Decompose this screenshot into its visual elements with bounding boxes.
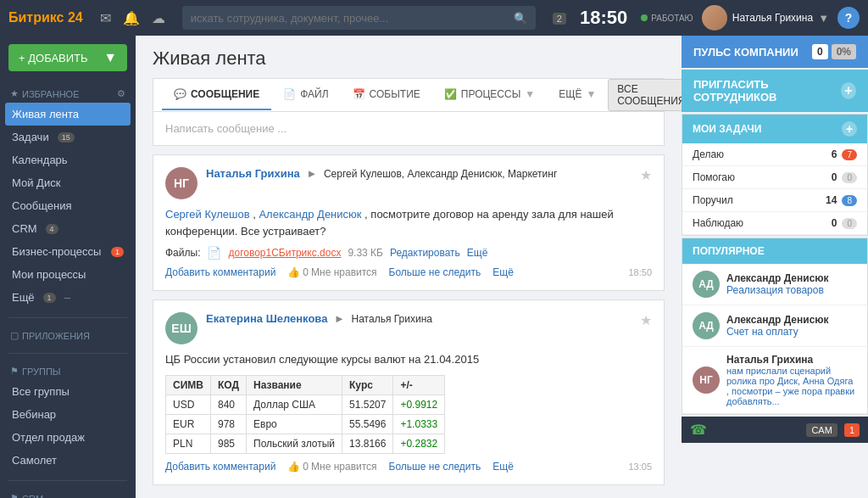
pulse-button[interactable]: ПУЛЬС КОМПАНИИ 0 0% <box>682 36 868 68</box>
post-1-file-edit[interactable]: Редактировать <box>390 247 460 259</box>
crm-label: ⚑ CRM <box>0 490 136 498</box>
post-1-like[interactable]: 👍 0 Мне нравится <box>287 266 376 278</box>
sidebar-item-feed[interactable]: Живая лента <box>5 103 131 126</box>
feed-header: 💬 СООБЩЕНИЕ 📄 ФАЙЛ 📅 СОБЫТИЕ ✅ ПРОЦЕССЫ <box>153 78 665 111</box>
invite-button[interactable]: ПРИГЛАСИТЬ СОТРУДНИКОВ + <box>682 70 868 112</box>
sidebar-item-allgroups[interactable]: Все группы <box>0 380 136 403</box>
sidebar-item-webinar[interactable]: Вебинар <box>0 403 136 426</box>
feed-filter-button[interactable]: ВСЕ СООБЩЕНИЯ ▼ <box>608 79 682 111</box>
task-row-doing[interactable]: Делаю 6 7 <box>682 143 867 166</box>
popular-info-1: Александр Денисюк Счет на оплату <box>726 314 829 338</box>
post-2-avatar: ЕШ <box>165 312 198 344</box>
post-1-comment[interactable]: Добавить комментарий <box>165 266 275 278</box>
post-1-unfollow[interactable]: Больше не следить <box>389 266 481 278</box>
post-1-link2[interactable]: Александр Денисюк <box>259 208 361 221</box>
sidebar-item-sales[interactable]: Отдел продаж <box>0 426 136 449</box>
bell-icon[interactable]: 🔔 <box>123 10 140 26</box>
sidebar-item-myproc[interactable]: Мои процессы <box>0 263 136 286</box>
chat-icon[interactable]: ✉ <box>100 10 111 26</box>
post-1-files: Файлы: 📄 договор1СБитрикс.docx 9.33 КБ Р… <box>165 246 652 260</box>
groups-label: ⚑ ГРУППЫ <box>0 362 136 380</box>
post-2-star[interactable]: ★ <box>640 312 652 328</box>
search-input[interactable] <box>191 12 514 25</box>
app-logo: Битрикс 24 <box>8 10 83 25</box>
sidebar-groups: ⚑ ГРУППЫ Все группы Вебинар Отдел продаж… <box>0 357 136 477</box>
popular-item-1[interactable]: АД Александр Денисюк Счет на оплату <box>682 305 867 347</box>
post-1-star[interactable]: ★ <box>640 167 652 183</box>
post-2-comment[interactable]: Добавить комментарий <box>165 461 275 473</box>
tab-more[interactable]: ЕЩЁ ▼ <box>547 80 608 110</box>
post-1-actions: Добавить комментарий 👍 0 Мне нравится Бо… <box>165 266 652 278</box>
popular-item-2[interactable]: НГ Наталья Грихина нам прислали сценарий… <box>682 347 867 414</box>
cam-label: CAM <box>806 423 837 437</box>
search-bar[interactable]: 🔍 <box>182 6 536 30</box>
popular-info-2: Наталья Грихина нам прислали сценарий ро… <box>726 354 857 406</box>
popular-avatar-0: АД <box>693 271 720 298</box>
crm-count: 4 <box>46 224 58 234</box>
search-icon[interactable]: 🔍 <box>514 12 527 25</box>
post-1-recipients: Сергей Кулешов, Александр Денисюк, Марке… <box>324 168 557 180</box>
post-1-avatar: НГ <box>165 167 198 199</box>
post-1-file-more[interactable]: Ещё <box>467 247 488 259</box>
main-layout: + ДОБАВИТЬ ▼ ★ ИЗБРАННОЕ ⚙ Живая лента З… <box>0 36 868 498</box>
sidebar-item-crm[interactable]: CRM 4 <box>0 217 136 240</box>
sidebar-item-samolet[interactable]: Самолет <box>0 449 136 472</box>
task-row-watching[interactable]: Наблюдаю 0 0 <box>682 212 867 235</box>
apps-label: ▢ ПРИЛОЖЕНИЯ <box>0 327 136 344</box>
tasks-add-button[interactable]: + <box>842 121 857 137</box>
popular-item-0[interactable]: АД Александр Денисюк Реализация товаров <box>682 264 867 305</box>
post-2-unfollow[interactable]: Больше не следить <box>389 461 481 473</box>
post-1-time: 18:50 <box>628 267 652 277</box>
task-row-helping[interactable]: Помогаю 0 0 <box>682 166 867 189</box>
popular-avatar-1: АД <box>693 312 720 339</box>
col-code: КОД <box>210 375 246 394</box>
compose-area[interactable]: Написать сообщение ... <box>153 111 665 146</box>
post-1-file-link[interactable]: договор1СБитрикс.docx <box>228 247 341 259</box>
col-simv: СИМВ <box>166 375 211 394</box>
post-1-file-size: 9.33 КБ <box>348 247 383 259</box>
feed-container: 💬 СООБЩЕНИЕ 📄 ФАЙЛ 📅 СОБЫТИЕ ✅ ПРОЦЕССЫ <box>153 78 665 485</box>
tab-message[interactable]: 💬 СООБЩЕНИЕ <box>162 80 271 110</box>
post-2-header: ЕШ Екатерина Шеленкова ► Наталья Грихина… <box>165 312 652 344</box>
unread-badge-container: 2 <box>553 12 566 25</box>
post-2-author[interactable]: Екатерина Шеленкова <box>206 312 327 325</box>
cloud-icon[interactable]: ☁ <box>152 10 165 26</box>
sidebar-item-messages[interactable]: Сообщения <box>0 194 136 217</box>
post-1-author[interactable]: Наталья Грихина <box>206 167 300 180</box>
post-2-like[interactable]: 👍 0 Мне нравится <box>287 461 376 473</box>
user-menu[interactable]: Наталья Грихина ▼ <box>702 5 829 31</box>
post-1-header: НГ Наталья Грихина ► Сергей Кулешов, Але… <box>165 167 652 199</box>
post-2-recipients: Наталья Грихина <box>352 313 432 325</box>
tab-processes[interactable]: ✅ ПРОЦЕССЫ ▼ <box>432 80 547 110</box>
sidebar-item-disk[interactable]: Мой Диск <box>0 171 136 194</box>
tasks-count: 15 <box>58 132 75 143</box>
sidebar-item-bizproc[interactable]: Бизнес-процессы 1 <box>0 240 136 263</box>
popular-section: ПОПУЛЯРНОЕ АД Александр Денисюк Реализац… <box>682 238 868 415</box>
task-row-assigned[interactable]: Поручил 14 8 <box>682 189 867 212</box>
post-2-time: 13:05 <box>628 462 652 472</box>
tab-file[interactable]: 📄 ФАЙЛ <box>271 80 340 110</box>
post-2-more[interactable]: Ещё <box>492 461 514 473</box>
post-1: НГ Наталья Грихина ► Сергей Кулешов, Але… <box>153 154 665 291</box>
task-badge-assigned: 8 <box>842 195 857 206</box>
table-row: EUR 978 Евро 55.5496 +1.0333 <box>166 414 445 434</box>
help-button[interactable]: ? <box>837 7 860 29</box>
popular-header: ПОПУЛЯРНОЕ <box>682 238 867 264</box>
username-label: Наталья Грихина <box>732 12 813 24</box>
post-1-link1[interactable]: Сергей Кулешов <box>165 208 250 221</box>
tab-event[interactable]: 📅 СОБЫТИЕ <box>341 80 432 110</box>
invite-plus-icon: + <box>841 82 856 99</box>
notify-badge[interactable]: 1 <box>844 423 860 437</box>
sidebar-item-calendar[interactable]: Календарь <box>0 148 136 171</box>
table-row: USD 840 Доллар США 51.5207 +0.9912 <box>166 394 445 414</box>
sidebar-item-tasks[interactable]: Задачи 15 <box>0 126 136 148</box>
phone-icon[interactable]: ☎ <box>690 422 707 438</box>
add-button[interactable]: + ДОБАВИТЬ ▼ <box>8 44 127 71</box>
sidebar-item-more[interactable]: Ещё 1 – <box>0 286 136 309</box>
task-badge-helping: 0 <box>842 172 857 183</box>
sidebar-apps: ▢ ПРИЛОЖЕНИЯ <box>0 322 136 350</box>
post-1-meta: Наталья Грихина ► Сергей Кулешов, Алекса… <box>206 167 632 180</box>
popular-avatar-2: НГ <box>693 367 720 394</box>
post-1-more[interactable]: Ещё <box>492 266 514 278</box>
unread-badge: 2 <box>553 13 566 25</box>
